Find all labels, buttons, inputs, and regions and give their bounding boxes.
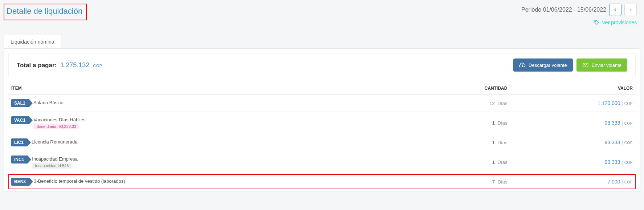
qty-unit: Días [498, 101, 508, 106]
qty-value: 1 [492, 120, 495, 126]
download-voucher-button[interactable]: Descargar volante [513, 58, 573, 72]
panel: Total a pagar: 1.275.132 COP Descargar v… [4, 48, 640, 192]
total-row: Total a pagar: 1.275.132 COP Descargar v… [8, 53, 636, 77]
page-title: Detalle de liquidación [7, 7, 82, 16]
qty-value: 7 [492, 179, 495, 185]
col-item: ÍTEM [8, 82, 385, 95]
item-code-tag: BEN3 [11, 178, 29, 186]
qty-value: 1 [492, 140, 495, 145]
svg-point-0 [595, 21, 596, 22]
chevron-left-icon [613, 7, 618, 12]
cloud-download-icon [519, 62, 526, 68]
item-code-tag: LIC1 [11, 138, 27, 146]
item-name: Salario Básico [33, 100, 64, 105]
prev-period-button[interactable] [609, 4, 621, 16]
value-currency: COP [624, 180, 633, 184]
next-period-button[interactable] [624, 4, 637, 16]
table-row: BEN33-Beneficio temporal de vestido (lab… [8, 173, 636, 190]
item-name: Vacaciones Días Hábiles [33, 117, 86, 122]
value-amount: 93.333 [605, 120, 620, 126]
item-code-tag: INC1 [11, 156, 28, 163]
item-name: 3-Beneficio temporal de vestido (laborad… [34, 178, 125, 184]
value-amount: 93.333 [605, 140, 620, 145]
mail-icon [582, 62, 589, 68]
chevron-right-icon [628, 7, 633, 12]
table-row: SAL1Salario Básico12 Días1.120.000|COP [8, 95, 636, 112]
qty-unit: Días [498, 159, 508, 165]
value-amount: 7.000 [607, 179, 620, 185]
tab-liquidacion-nomina[interactable]: Liquidación nómina [4, 35, 61, 48]
value-amount: 93.333 [605, 159, 620, 165]
qty-value: 12 [490, 101, 495, 106]
total-amount: 1.275.132 [60, 61, 89, 69]
item-code-tag: SAL1 [11, 99, 29, 107]
col-value: VALOR [510, 82, 636, 95]
title-highlight: Detalle de liquidación [4, 4, 87, 20]
value-currency: COP [624, 121, 633, 125]
table-row: LIC1Licencia Remunerada1 Días93.333|COP [8, 134, 636, 151]
period-navigator: Periodo 01/06/2022 - 15/06/2022 [521, 4, 637, 16]
value-currency: COP [624, 161, 633, 165]
qty-unit: Días [498, 140, 508, 145]
base-diaria-badge: Base diaria: 93,333.33 [33, 124, 79, 129]
send-voucher-button[interactable]: Enviar volante [576, 58, 627, 72]
total-label: Total a pagar: [17, 62, 57, 69]
item-code-tag: VAC1 [11, 116, 29, 124]
qty-unit: Días [498, 120, 508, 126]
period-label: Periodo 01/06/2022 - 15/06/2022 [521, 7, 606, 13]
tabs: Liquidación nómina [4, 35, 640, 48]
table-row: VAC1Vacaciones Días HábilesBase diaria: … [8, 112, 636, 134]
col-qty: CANTIDAD [385, 82, 510, 95]
items-table: ÍTEM CANTIDAD VALOR SAL1Salario Básico12… [8, 82, 636, 190]
table-row: INC1Incapacidad EmpresaIncapacidad Id:54… [8, 151, 636, 173]
incapacidad-id-badge: Incapacidad Id:546 [32, 163, 72, 169]
value-currency: COP [624, 102, 633, 106]
item-name: Incapacidad Empresa [32, 156, 78, 162]
total-currency: COP [93, 64, 102, 68]
top-bar: Detalle de liquidación Periodo 01/06/202… [4, 0, 640, 28]
view-provisions-link[interactable]: Ver provisiones [594, 20, 637, 25]
qty-unit: Días [498, 179, 508, 185]
item-name: Licencia Remunerada [32, 139, 77, 145]
tag-icon [594, 20, 600, 25]
value-amount: 1.120.000 [598, 100, 620, 106]
value-currency: COP [624, 141, 633, 145]
qty-value: 1 [492, 159, 495, 165]
